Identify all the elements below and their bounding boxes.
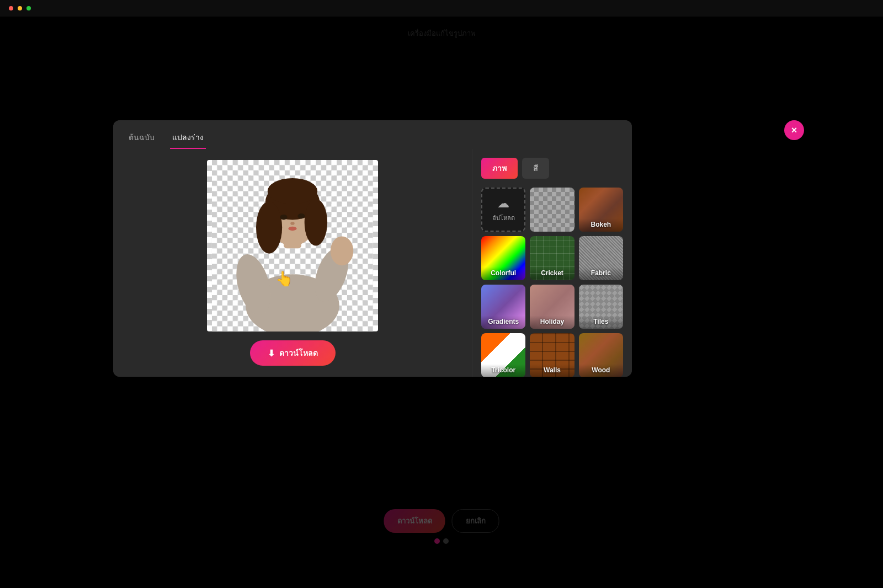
bottom-area: ดาวน์โหลด ยกเลิก — [384, 509, 499, 533]
person-image — [207, 160, 378, 332]
holiday-label: Holiday — [530, 316, 574, 329]
bg-item-walls[interactable]: Walls — [530, 333, 574, 377]
main-modal: ต้นฉบับ แปลงร่าง — [113, 120, 632, 377]
svg-point-12 — [256, 201, 282, 253]
bg-item-colorful[interactable]: Colorful — [481, 236, 525, 280]
bottom-cancel-button[interactable]: ยกเลิก — [452, 509, 499, 533]
bokeh-label: Bokeh — [579, 218, 623, 232]
bg-item-bokeh[interactable]: Bokeh — [579, 188, 623, 232]
upload-cloud-icon: ☁ — [497, 196, 509, 211]
dot-active — [434, 538, 440, 544]
svg-point-14 — [268, 178, 317, 204]
traffic-dot-yellow — [18, 6, 22, 10]
traffic-dot-red — [9, 6, 13, 10]
faint-top-bar — [0, 0, 883, 17]
bg-item-upload[interactable]: ☁ อัปโหลด — [481, 188, 525, 232]
wood-label: Wood — [579, 364, 623, 377]
bg-item-transparent[interactable] — [530, 188, 574, 232]
cricket-label: Cricket — [530, 267, 574, 280]
close-button[interactable]: × — [784, 120, 804, 140]
modal-body: 👆 ⬇ ดาวน์โหลด ภาพ สี — [113, 149, 632, 377]
tab-original[interactable]: ต้นฉบับ — [126, 127, 157, 149]
svg-point-17 — [290, 222, 295, 225]
bg-item-cricket[interactable]: Cricket — [530, 236, 574, 280]
bg-item-tricolor[interactable]: Tricolor — [481, 333, 525, 377]
bg-tab-color[interactable]: สี — [522, 158, 549, 179]
image-container: 👆 — [207, 160, 378, 332]
bg-grid: ☁ อัปโหลด Bokeh Colorful Cricket — [481, 188, 623, 377]
svg-point-18 — [288, 227, 296, 231]
gradients-label: Gradients — [481, 316, 525, 329]
download-button[interactable]: ⬇ ดาวน์โหลด — [250, 340, 336, 366]
svg-point-16 — [297, 213, 305, 218]
image-panel: 👆 ⬇ ดาวน์โหลด — [113, 149, 472, 377]
bg-item-wood[interactable]: Wood — [579, 333, 623, 377]
bg-item-tiles[interactable]: Tiles — [579, 285, 623, 329]
svg-point-8 — [331, 237, 353, 266]
download-button-label: ดาวน์โหลด — [279, 347, 318, 359]
tiles-label: Tiles — [579, 316, 623, 329]
background-panel: ภาพ สี ☁ อัปโหลด Bok — [472, 149, 632, 377]
bg-item-fabric[interactable]: Fabric — [579, 236, 623, 280]
bg-item-holiday[interactable]: Holiday — [530, 285, 574, 329]
faint-title-bar: เครื่องมือแก้ไขรูปภาพ — [408, 28, 476, 39]
bg-item-gradients[interactable]: Gradients — [481, 285, 525, 329]
modal-tabs: ต้นฉบับ แปลงร่าง — [113, 120, 632, 149]
bg-tab-image[interactable]: ภาพ — [481, 158, 518, 179]
bottom-download-button[interactable]: ดาวน์โหลด — [384, 509, 445, 533]
bottom-dots-row — [434, 538, 449, 544]
download-icon: ⬇ — [268, 348, 275, 359]
tricolor-label: Tricolor — [481, 364, 525, 377]
fabric-label: Fabric — [579, 267, 623, 280]
bg-panel-tabs: ภาพ สี — [481, 158, 623, 179]
colorful-label: Colorful — [481, 267, 525, 280]
svg-point-15 — [280, 215, 287, 220]
tab-transform[interactable]: แปลงร่าง — [170, 127, 206, 149]
dot-inactive-1 — [443, 538, 449, 544]
walls-label: Walls — [530, 364, 574, 377]
upload-label: อัปโหลด — [492, 213, 515, 223]
traffic-dot-green — [26, 6, 31, 10]
svg-point-13 — [305, 199, 327, 246]
